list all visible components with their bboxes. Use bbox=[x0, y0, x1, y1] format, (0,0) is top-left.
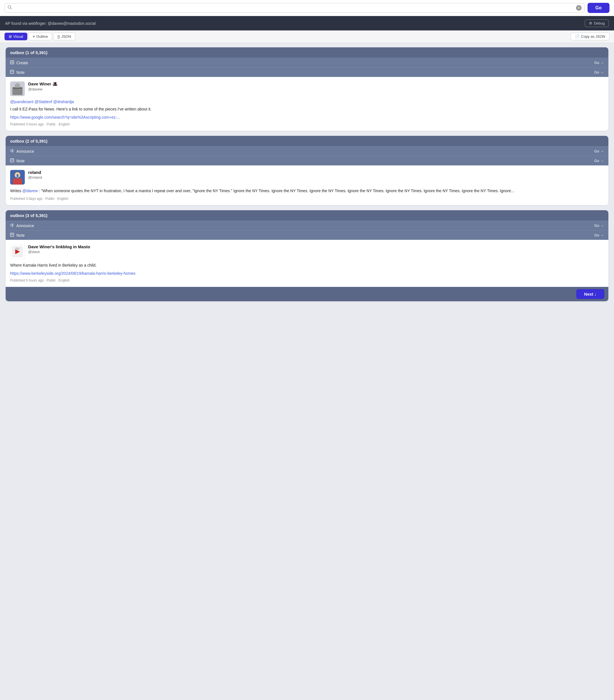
row-icon-1 bbox=[10, 60, 14, 65]
copy-icon: 📄 bbox=[575, 34, 579, 39]
svg-rect-21 bbox=[13, 178, 22, 185]
tab-group: ⊞ Visual ≡ Outline {} JSON bbox=[4, 33, 75, 40]
go-link[interactable]: Go → bbox=[594, 159, 604, 163]
svg-marker-12 bbox=[11, 149, 12, 152]
search-input-wrap: davew ✕ bbox=[4, 3, 585, 13]
go-link[interactable]: Go → bbox=[594, 149, 604, 153]
next-button[interactable]: Next ↓ bbox=[576, 289, 604, 299]
row-label-text: Note bbox=[16, 159, 25, 163]
toolbar: ⊞ Visual ≡ Outline {} JSON 📄 Copy as JSO… bbox=[0, 30, 614, 43]
post-author: 👤 roland@roland bbox=[10, 170, 604, 185]
tab-visual[interactable]: ⊞ Visual bbox=[4, 33, 27, 40]
author-info: Dave Winer 🎩@davew bbox=[28, 82, 58, 91]
post-text: Writes @davew : "When someone quotes the… bbox=[10, 188, 604, 194]
author-handle: @dave bbox=[28, 250, 90, 254]
post-content-1: Dave Winer 🎩@davew@juandesant @Stattenf … bbox=[5, 77, 609, 131]
svg-line-15 bbox=[13, 152, 14, 152]
svg-marker-23 bbox=[11, 224, 12, 227]
outbox-header-1: outbox (1 of 5,391) bbox=[5, 47, 609, 58]
row-icon-1 bbox=[10, 223, 14, 228]
visual-icon: ⊞ bbox=[9, 34, 12, 39]
outbox-row-3-2[interactable]: NoteGo → bbox=[5, 230, 609, 240]
next-bar: Next ↓ bbox=[5, 287, 609, 301]
svg-line-1 bbox=[11, 8, 12, 9]
avatar bbox=[10, 82, 25, 96]
outbox-header-2: outbox (2 of 5,391) bbox=[5, 136, 609, 146]
author-name: Dave Winer 🎩 bbox=[28, 82, 58, 87]
json-icon: {} bbox=[57, 34, 60, 39]
post-text: Where Kamala Harris lived in Berkeley as… bbox=[10, 262, 604, 268]
go-button[interactable]: Go bbox=[588, 3, 610, 13]
search-input[interactable]: davew bbox=[14, 5, 574, 10]
outbox-row-2-2[interactable]: NoteGo → bbox=[5, 156, 609, 165]
outbox-row-1-2[interactable]: NoteGo → bbox=[5, 67, 609, 77]
outline-icon: ≡ bbox=[33, 34, 35, 39]
go-link[interactable]: Go → bbox=[594, 61, 604, 65]
clear-button[interactable]: ✕ bbox=[576, 5, 581, 11]
post-author: Dave Winer 🎩@davew bbox=[10, 82, 604, 96]
tab-outline[interactable]: ≡ Outline bbox=[28, 33, 52, 40]
row-label-text: Announce bbox=[16, 149, 34, 153]
svg-line-13 bbox=[13, 150, 14, 150]
search-bar: davew ✕ Go bbox=[0, 0, 614, 16]
post-meta: Published 3 days ago · Public · English bbox=[10, 197, 604, 201]
row-label-text: Create bbox=[16, 61, 28, 65]
outbox-row-1-1[interactable]: CreateGo → bbox=[5, 58, 609, 67]
outbox-card-2: outbox (2 of 5,391)AnnounceGo →NoteGo → … bbox=[5, 136, 609, 205]
search-icon bbox=[8, 5, 12, 11]
copy-json-button[interactable]: 📄 Copy as JSON bbox=[571, 33, 610, 40]
post-meta: Published 6 hours ago · Public · English bbox=[10, 278, 604, 283]
author-name: roland bbox=[28, 170, 42, 175]
post-author: ▶ RS Dave Winer's linkblog in Masto@dave bbox=[10, 244, 604, 259]
outbox-row-3-1[interactable]: AnnounceGo → bbox=[5, 221, 609, 230]
go-link[interactable]: Go → bbox=[594, 233, 604, 237]
outbox-row-2-1[interactable]: AnnounceGo → bbox=[5, 146, 609, 156]
row-icon-2 bbox=[10, 233, 14, 238]
outbox-card-1: outbox (1 of 5,391)CreateGo →NoteGo → Da… bbox=[5, 47, 609, 131]
row-label-text: Announce bbox=[16, 224, 34, 228]
author-info: Dave Winer's linkblog in Masto@dave bbox=[28, 244, 90, 254]
inline-mention[interactable]: @davew bbox=[22, 188, 38, 193]
row-icon-1 bbox=[10, 149, 14, 153]
author-handle: @roland bbox=[28, 175, 42, 179]
post-meta: Published 3 hours ago · Public · English bbox=[10, 122, 604, 126]
post-content-2: 👤 roland@rolandWrites @davew : "When som… bbox=[5, 165, 609, 205]
svg-line-26 bbox=[13, 226, 14, 226]
tab-json[interactable]: {} JSON bbox=[53, 33, 75, 40]
svg-text:RS: RS bbox=[15, 247, 20, 251]
avatar: ▶ RS bbox=[10, 244, 25, 259]
post-mentions: @juandesant @Stattenf @drahardja bbox=[10, 99, 604, 104]
debug-button[interactable]: ⚙ Debug bbox=[585, 20, 609, 27]
row-icon-2 bbox=[10, 70, 14, 75]
row-icon-2 bbox=[10, 158, 14, 163]
svg-line-24 bbox=[13, 224, 14, 224]
author-handle: @davew bbox=[28, 87, 58, 91]
outbox-header-3: outbox (3 of 5,391) bbox=[5, 210, 609, 221]
post-text: I call it EZ-Pass for News. Here's a lin… bbox=[10, 106, 604, 112]
main-content: outbox (1 of 5,391)CreateGo →NoteGo → Da… bbox=[0, 43, 614, 306]
row-label-text: Note bbox=[16, 233, 25, 238]
ap-found-bar: AP found via webfinger: @davew@mastodon.… bbox=[0, 16, 614, 30]
author-info: roland@roland bbox=[28, 170, 42, 179]
post-link[interactable]: https://www.google.com/search?q=site%3As… bbox=[10, 115, 604, 120]
avatar: 👤 bbox=[10, 170, 25, 185]
ap-found-message: AP found via webfinger: @davew@mastodon.… bbox=[5, 21, 96, 26]
row-label-text: Note bbox=[16, 70, 25, 75]
svg-text:👤: 👤 bbox=[16, 174, 20, 177]
go-link[interactable]: Go → bbox=[594, 70, 604, 74]
go-link[interactable]: Go → bbox=[594, 224, 604, 228]
svg-rect-11 bbox=[13, 88, 22, 89]
debug-icon: ⚙ bbox=[589, 21, 592, 25]
outbox-card-3: outbox (3 of 5,391)AnnounceGo →NoteGo → … bbox=[5, 210, 609, 301]
post-content-3: ▶ RS Dave Winer's linkblog in Masto@dave… bbox=[5, 240, 609, 287]
post-link[interactable]: https://www.berkeleyside.org/2024/08/19/… bbox=[10, 271, 604, 276]
author-name: Dave Winer's linkblog in Masto bbox=[28, 244, 90, 249]
